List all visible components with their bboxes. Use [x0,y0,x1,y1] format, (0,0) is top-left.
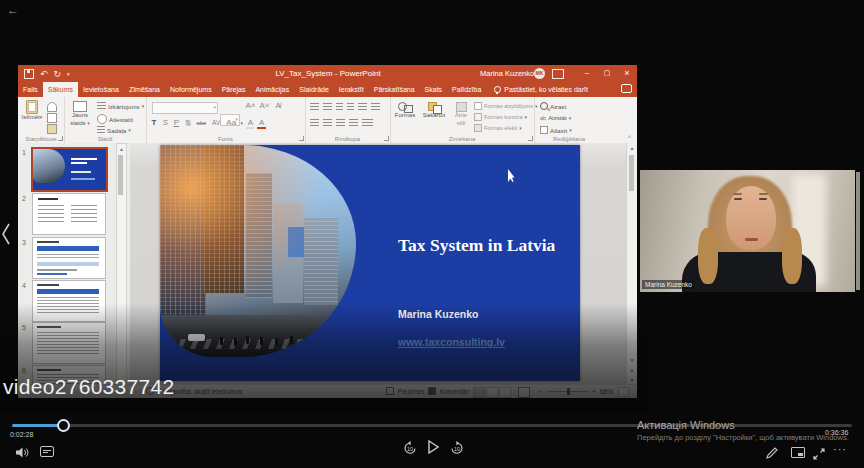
drawing-dialog-launcher[interactable] [528,136,533,141]
tab-parejas[interactable]: Pārejas [217,82,251,97]
volume-icon[interactable] [16,444,29,462]
underline-button[interactable]: P [172,118,180,127]
captions-icon[interactable] [40,446,54,457]
collapse-ribbon-icon[interactable]: ^ [628,134,631,141]
main-scrollbar[interactable]: ▲ ▼ ▲ ▼ [626,143,637,385]
close-button[interactable]: × [619,65,635,82]
font-color-button[interactable]: A [257,118,265,129]
new-slide-button[interactable]: Jauns slaids ▾ [66,101,94,127]
text-shadow-button[interactable]: S [184,118,192,127]
shapes-button[interactable]: Formas [392,102,418,120]
seek-handle[interactable] [57,419,70,432]
zoom-in-button[interactable]: + [592,385,596,398]
numbering-icon[interactable] [323,103,332,111]
bullets-icon[interactable] [310,103,319,111]
qat-dropdown-icon[interactable]: ▾ [67,71,70,77]
clipboard-dialog-launcher[interactable] [58,136,63,141]
tab-parskatisana[interactable]: Pārskatīšana [369,82,420,97]
tell-me-box[interactable]: Pastāstiet, ko vēlaties darīt [494,82,588,97]
justify-icon[interactable] [349,119,358,127]
strikethrough-button[interactable]: abc [195,120,208,126]
clear-format-button[interactable]: A̸ [274,101,282,110]
tab-zimesana[interactable]: Zīmēšana [124,82,165,97]
font-dialog-launcher[interactable] [299,136,304,141]
slide-thumbnail-2[interactable] [32,193,106,235]
align-left-icon[interactable] [310,119,319,127]
normal-view-button[interactable] [473,387,485,398]
slide-link[interactable]: www.taxconsulting.lv [398,336,505,348]
paste-button[interactable]: Ielīmēt▾ [21,100,43,122]
next-slide-icon[interactable]: ▼ [627,377,637,383]
zoom-level[interactable]: 68% [600,385,613,398]
zoom-out-button[interactable]: − [538,385,542,398]
replace-button[interactable]: abAizstāt▾ [540,114,571,121]
shape-effects-button[interactable]: Formas efekti▾ [474,124,522,132]
slide-thumbnail-4[interactable] [32,280,106,322]
slide-sorter-view-button[interactable] [486,387,498,398]
edit-pencil-icon[interactable] [766,445,778,463]
shape-fill-button[interactable]: Formas aizpildījums▾ [474,102,537,110]
select-button[interactable]: Atlasīt▾ [540,126,572,134]
fit-to-window-button[interactable] [618,387,629,397]
undo-icon[interactable]: ↶ [40,69,48,79]
layout-button[interactable]: Izkārtojums▾ [97,102,144,110]
format-painter-button[interactable] [47,124,57,134]
scroll-up-icon[interactable]: ▲ [627,145,637,151]
highlight-color-button[interactable]: A [246,118,254,129]
more-options-icon[interactable]: ··· [833,443,847,455]
slide-thumbnail-3[interactable] [32,237,106,279]
redo-icon[interactable]: ↻ [54,69,62,79]
back-arrow-icon[interactable]: ← [7,3,19,17]
slideshow-button[interactable] [518,387,530,398]
grow-font-button[interactable]: A˄ [244,101,257,110]
slide-thumbnail-1[interactable] [31,147,108,192]
tab-ievietosana[interactable]: Ievietošana [78,82,124,97]
picture-in-picture-icon[interactable] [791,447,805,458]
indent-increase-icon[interactable] [347,103,354,111]
previous-slide-icon[interactable]: ▲ [627,367,637,373]
slide-thumbnail-5[interactable] [32,322,106,364]
ribbon-display-options-icon[interactable] [552,69,564,79]
thumbnail-scrollbar[interactable]: ▲ [116,143,127,387]
align-right-icon[interactable] [336,119,345,127]
cut-button[interactable] [47,102,57,112]
comments-bubble-icon[interactable] [621,84,632,93]
chevron-left-icon[interactable] [1,223,11,249]
forward-10-button[interactable]: 10 [450,441,464,459]
scroll-down-icon[interactable]: ▼ [627,357,637,363]
tab-skats[interactable]: Skats [420,82,448,97]
account-avatar[interactable]: MK [534,68,545,79]
tab-ierakstit[interactable]: Ierakstīt [334,82,369,97]
shrink-font-button[interactable]: A˅ [258,101,271,110]
tab-palidziba[interactable]: Palīdzība [447,82,486,97]
tab-sakums[interactable]: Sākums [43,82,78,97]
reading-view-button[interactable] [499,387,511,398]
font-name-combo[interactable] [152,102,218,114]
tab-fails[interactable]: Fails [18,82,43,97]
reset-button[interactable]: Atiestatīt [97,114,133,124]
fullscreen-icon[interactable] [813,446,825,464]
tab-animacijas[interactable]: Animācijas [250,82,294,97]
columns-icon[interactable] [362,119,373,127]
play-button[interactable] [427,440,439,458]
char-spacing-button[interactable]: AV [211,119,222,126]
restore-button[interactable]: ▢ [599,65,615,82]
tab-noformejums[interactable]: Noformējums [165,82,217,97]
indent-decrease-icon[interactable] [336,103,343,111]
save-icon[interactable] [24,69,34,79]
line-spacing-icon[interactable] [358,103,367,111]
notes-button[interactable]: Piezīmes [386,385,425,398]
section-button[interactable]: Sadaļa▾ [97,126,131,134]
shape-outline-button[interactable]: Formas kontūra▾ [474,113,527,121]
tab-slaidrade[interactable]: Slaidrāde [294,82,334,97]
minimize-button[interactable]: – [579,65,595,82]
zoom-slider-handle[interactable] [567,388,570,395]
italic-button[interactable]: S [161,118,169,127]
account-name[interactable]: Marina Kuzenko [480,65,534,82]
comments-button[interactable]: Komentāri [428,385,469,398]
quick-styles-button[interactable]: Ātrie stili [450,102,472,127]
change-case-button[interactable]: Aa [225,118,238,127]
align-center-icon[interactable] [323,119,332,127]
find-button[interactable]: Atrast [540,102,566,110]
rewind-10-button[interactable]: 10 [403,441,417,459]
